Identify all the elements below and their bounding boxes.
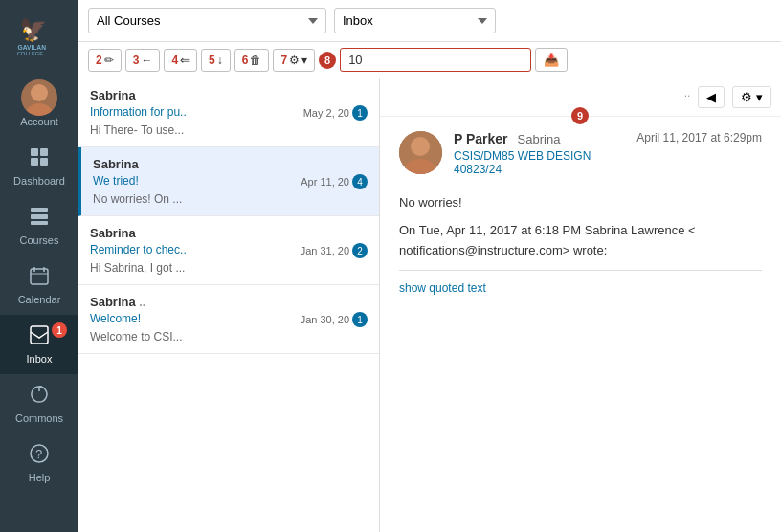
archive-button[interactable]: 5 ↓ bbox=[201, 49, 231, 72]
annotation-9: 9 bbox=[571, 107, 589, 124]
detail-from: P Parker bbox=[454, 131, 508, 146]
message-subject: Welcome! bbox=[90, 312, 296, 325]
svg-text:?: ? bbox=[35, 447, 42, 461]
message-subject: Information for pu.. bbox=[90, 105, 299, 119]
account-avatar bbox=[21, 79, 57, 116]
sidebar-item-account[interactable]: Account bbox=[0, 70, 78, 137]
message-sender: Sabrina bbox=[93, 157, 368, 171]
sidebar-item-inbox[interactable]: Inbox 1 bbox=[0, 315, 78, 374]
message-preview: No worries! On ... bbox=[93, 192, 368, 206]
mailbox-select[interactable]: Inbox Sent Archived Submission Comments bbox=[334, 8, 496, 33]
detail-names: P Parker Sabrina bbox=[454, 131, 625, 146]
top-bar: All Courses CSIS/DM85 WEB DESIGN 40823/2… bbox=[78, 0, 781, 42]
sidebar-item-help[interactable]: ? Help bbox=[0, 433, 78, 493]
reply-num: 3 bbox=[133, 54, 140, 67]
body-divider bbox=[399, 270, 762, 271]
message-sender: Sabrina .. bbox=[90, 295, 368, 309]
logo: 🦅 GAVILAN COLLEGE bbox=[11, 0, 68, 70]
toolbar: 2 ✏ 3 ← 4 ⇐ 5 ↓ 6 🗑 7 ⚙ ▾ 8 bbox=[78, 42, 781, 78]
reply-all-icon: ⇐ bbox=[180, 54, 190, 67]
archive-num: 5 bbox=[209, 54, 215, 67]
message-preview: Welcome to CSI... bbox=[90, 330, 368, 344]
delete-icon: 🗑 bbox=[250, 54, 261, 67]
message-badge: 4 bbox=[352, 174, 368, 189]
detail-course: CSIS/DM85 WEB DESIGN 40823/24 bbox=[454, 149, 625, 176]
main-content: All Courses CSIS/DM85 WEB DESIGN 40823/2… bbox=[78, 0, 781, 532]
sidebar-item-calendar[interactable]: Calendar bbox=[0, 255, 78, 315]
svg-rect-12 bbox=[31, 269, 48, 284]
message-date: Apr 11, 20 4 bbox=[301, 174, 368, 189]
calendar-icon bbox=[29, 265, 50, 291]
inbox-icon bbox=[29, 324, 50, 350]
detail-settings-button[interactable]: ⚙ ▾ bbox=[732, 86, 771, 108]
compose-num: 2 bbox=[96, 54, 102, 67]
svg-point-4 bbox=[27, 103, 52, 116]
archive-inbox-icon: 📥 bbox=[544, 53, 559, 67]
sidebar-item-label-commons: Commons bbox=[15, 412, 63, 424]
compose-button[interactable]: 2 ✏ bbox=[88, 49, 122, 72]
sidebar-item-label-account: Account bbox=[20, 116, 58, 127]
message-dots: .. bbox=[139, 296, 145, 309]
svg-rect-11 bbox=[31, 221, 48, 225]
detail-timestamp: April 11, 2017 at 6:29pm bbox=[636, 131, 762, 144]
courses-icon bbox=[29, 206, 50, 232]
sidebar-item-label-calendar: Calendar bbox=[18, 294, 61, 305]
message-badge: 1 bbox=[352, 105, 368, 121]
message-subject: Reminder to chec.. bbox=[90, 243, 296, 256]
svg-rect-7 bbox=[31, 158, 38, 166]
compose-icon: ✏ bbox=[104, 54, 114, 67]
sidebar-item-label-help: Help bbox=[29, 472, 51, 483]
reply-icon: ← bbox=[141, 54, 152, 67]
delete-button[interactable]: 6 🗑 bbox=[234, 49, 270, 72]
sidebar-item-dashboard[interactable]: Dashboard bbox=[0, 137, 78, 196]
settings-num: 7 bbox=[280, 54, 287, 67]
sidebar-item-courses[interactable]: Courses bbox=[0, 196, 78, 255]
detail-content: P Parker Sabrina CSIS/DM85 WEB DESIGN 40… bbox=[380, 117, 781, 532]
mailbox-select-wrapper: Inbox Sent Archived Submission Comments bbox=[334, 8, 496, 33]
prev-message-button[interactable]: ◀ bbox=[698, 86, 725, 108]
reply-all-button[interactable]: 4 ⇐ bbox=[164, 49, 197, 72]
message-sender: Sabrina bbox=[90, 226, 368, 240]
reply-button[interactable]: 3 ← bbox=[125, 49, 161, 72]
list-item[interactable]: Sabrina We tried! Apr 11, 20 4 No worrie… bbox=[78, 147, 379, 216]
show-quoted-text-link[interactable]: show quoted text bbox=[399, 281, 486, 295]
message-preview: Hi There- To use... bbox=[90, 123, 368, 137]
message-date: May 2, 20 1 bbox=[303, 105, 368, 121]
svg-point-20 bbox=[411, 137, 430, 156]
message-date: Jan 30, 20 1 bbox=[301, 312, 368, 327]
svg-rect-5 bbox=[31, 148, 38, 156]
commons-icon bbox=[29, 384, 50, 410]
archive-inbox-button[interactable]: 📥 bbox=[535, 48, 568, 72]
svg-text:COLLEGE: COLLEGE bbox=[17, 51, 44, 56]
message-list: Sabrina Information for pu.. May 2, 20 1… bbox=[78, 78, 380, 532]
list-item[interactable]: Sabrina Reminder to chec.. Jan 31, 20 2 … bbox=[78, 216, 379, 285]
message-subject-row: Information for pu.. May 2, 20 1 bbox=[90, 105, 368, 121]
message-badge: 2 bbox=[352, 243, 368, 258]
sidebar-item-commons[interactable]: Commons bbox=[0, 374, 78, 433]
message-sender: Sabrina bbox=[90, 88, 368, 102]
body-line1: No worries! bbox=[399, 193, 762, 213]
svg-point-3 bbox=[31, 84, 48, 101]
detail-to: Sabrina bbox=[518, 132, 561, 146]
detail-dots: .. bbox=[684, 86, 691, 108]
course-select[interactable]: All Courses CSIS/DM85 WEB DESIGN 40823/2… bbox=[88, 8, 326, 33]
body-line2: On Tue, Apr 11, 2017 at 6:18 PM Sabrina … bbox=[399, 221, 762, 261]
sidebar-item-label-courses: Courses bbox=[20, 234, 59, 246]
search-input[interactable] bbox=[340, 48, 531, 72]
course-select-wrapper: All Courses CSIS/DM85 WEB DESIGN 40823/2… bbox=[88, 8, 326, 33]
sidebar: 🦅 GAVILAN COLLEGE Account Dashboard bbox=[0, 0, 78, 532]
svg-text:🦅: 🦅 bbox=[19, 16, 48, 43]
message-badge: 1 bbox=[352, 312, 368, 327]
settings-dropdown-arrow: ▾ bbox=[301, 54, 307, 67]
message-subject-row: We tried! Apr 11, 20 4 bbox=[93, 174, 368, 189]
message-detail: .. ◀ ⚙ ▾ 9 bbox=[380, 78, 781, 532]
settings-icon: ⚙ bbox=[289, 54, 300, 67]
avatar bbox=[399, 131, 442, 174]
sidebar-item-label-dashboard: Dashboard bbox=[13, 175, 65, 187]
svg-rect-8 bbox=[40, 158, 48, 166]
svg-rect-9 bbox=[31, 208, 48, 212]
settings-button[interactable]: 7 ⚙ ▾ bbox=[273, 49, 315, 72]
list-item[interactable]: Sabrina Information for pu.. May 2, 20 1… bbox=[78, 78, 379, 147]
list-item[interactable]: Sabrina .. Welcome! Jan 30, 20 1 Welcome… bbox=[78, 285, 379, 354]
message-subject-row: Welcome! Jan 30, 20 1 bbox=[90, 312, 368, 327]
